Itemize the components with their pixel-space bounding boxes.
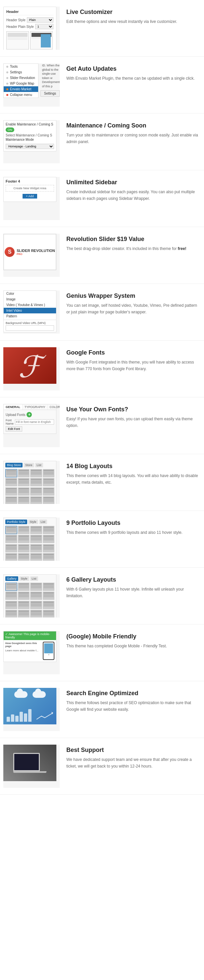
layout-thumb2-4[interactable] <box>5 610 17 617</box>
layout-thumb-1[interactable] <box>18 526 30 534</box>
layout-thumb-0[interactable] <box>5 526 17 534</box>
feature-row-maintenance: Enable Maintenance / Coming S ON Select … <box>0 113 204 170</box>
feature-text-auto-updates: Get Auto UpdatesWith Envato Market Plugi… <box>66 64 201 82</box>
layout-thumb-2[interactable] <box>30 526 42 534</box>
layout-thumb-3[interactable] <box>43 582 55 591</box>
tools-item-settings[interactable]: Settings <box>4 69 38 75</box>
layout-thumb-6[interactable] <box>30 478 42 486</box>
layout-thumb2-3[interactable] <box>43 544 55 552</box>
tab-general[interactable]: GENERAL <box>4 404 22 410</box>
layout-thumb2-6[interactable] <box>30 610 42 617</box>
footer-title: Footer 4 <box>6 179 54 183</box>
layout-thumb2-7[interactable] <box>43 553 55 561</box>
layout-thumb-7[interactable] <box>43 535 55 543</box>
layout-thumb2-5[interactable] <box>18 610 30 617</box>
feature-desc-slider-revolution: The best drag-drop slider creator. It's … <box>66 246 201 252</box>
layout-thumb-0[interactable] <box>5 469 17 477</box>
enable-label: Enable Maintenance / Coming S <box>6 123 53 126</box>
wrapper-intel-video[interactable]: Intel Video <box>4 308 56 313</box>
layout-thumb-6[interactable] <box>30 592 42 600</box>
layout-thumb-1[interactable] <box>18 469 30 477</box>
layout-thumb2-4[interactable] <box>5 496 17 504</box>
header-style-select[interactable]: Plain <box>27 17 54 22</box>
feature-image-sidebar: Footer 4 Create New Widget Area + Add <box>3 177 60 220</box>
tools-item-tools[interactable]: Tools <box>4 64 38 69</box>
feature-row-mobile-friendly: ✓ Awesome! This page is mobile-friendly … <box>0 624 204 681</box>
wrapper-color[interactable]: Color <box>4 291 56 296</box>
blog-tab-2[interactable]: List <box>35 463 43 468</box>
feature-text-live-customizer: Live CustomizerEdit theme options and vi… <box>66 6 201 25</box>
layout-thumb-3[interactable] <box>43 469 55 477</box>
layout-thumb-0[interactable] <box>5 582 17 591</box>
layout-thumb2-1[interactable] <box>18 544 30 552</box>
layout-thumb2-0[interactable] <box>5 544 17 552</box>
layout-thumb2-2[interactable] <box>30 487 42 496</box>
layout-thumb-2[interactable] <box>30 582 42 591</box>
toggle-on[interactable]: ON <box>6 127 14 132</box>
portfolio-tab-2[interactable]: List <box>39 520 47 524</box>
layout-thumb2-7[interactable] <box>43 496 55 504</box>
portfolio-tab-1[interactable]: Style <box>28 520 38 524</box>
feature-image-auto-updates: Tools Settings Slider Revolution WP Goog… <box>3 64 60 107</box>
tools-item-maps[interactable]: WP Google Map <box>4 81 38 86</box>
layout-thumb2-1[interactable] <box>18 487 30 496</box>
layout-thumb2-2[interactable] <box>30 601 42 609</box>
portfolio-tab-0[interactable]: Portfolio Style <box>5 520 27 524</box>
layout-thumb2-5[interactable] <box>18 496 30 504</box>
layout-thumb-7[interactable] <box>43 592 55 600</box>
page-select[interactable]: Homepage - Landing <box>6 144 54 149</box>
tools-item-slider[interactable]: Slider Revolution <box>4 75 38 81</box>
add-button[interactable]: + Add <box>22 194 37 199</box>
layout-thumb2-6[interactable] <box>30 496 42 504</box>
blog-tab-0[interactable]: Blog Store <box>5 463 22 468</box>
layout-thumb2-3[interactable] <box>43 487 55 496</box>
url-label: Background Video URL (MP4) <box>6 321 54 325</box>
layout-thumb-7[interactable] <box>43 478 55 486</box>
edit-font-button[interactable]: Edit Font <box>6 426 22 431</box>
settings-button[interactable]: Settings <box>41 90 60 97</box>
gallery-tab-2[interactable]: List <box>30 576 38 581</box>
tab-color[interactable]: COLOR <box>48 404 60 410</box>
layout-thumb2-0[interactable] <box>5 487 17 496</box>
envato-dot <box>6 88 8 90</box>
layout-thumb-5[interactable] <box>18 535 30 543</box>
layout-thumb-4[interactable] <box>5 592 17 600</box>
layout-thumb-3[interactable] <box>43 526 55 534</box>
layout-thumb2-7[interactable] <box>43 610 55 617</box>
feature-image-google-fonts: ℱ <box>3 347 60 390</box>
header-plain-select[interactable]: 1 <box>35 24 54 29</box>
gallery-tab-1[interactable]: Style <box>19 576 29 581</box>
layout-thumb2-1[interactable] <box>18 601 30 609</box>
layout-thumb-5[interactable] <box>18 592 30 600</box>
layout-thumb-4[interactable] <box>5 478 17 486</box>
wrapper-video-yt[interactable]: Video ( Youtube & Vimeo ) <box>4 302 56 308</box>
tab-typography[interactable]: TYPOGRAPHY <box>22 404 48 410</box>
layout-thumb2-3[interactable] <box>43 601 55 609</box>
blog-tab-1[interactable]: Store <box>24 463 34 468</box>
layout-thumb-2[interactable] <box>30 469 42 477</box>
feature-text-sidebar: Unlimited SidebarCreate individual sideb… <box>66 177 201 202</box>
layout-thumb2-2[interactable] <box>30 544 42 552</box>
tools-item-envato[interactable]: Envato Market <box>4 86 38 92</box>
phone-dot <box>48 654 49 655</box>
wrapper-image[interactable]: Image <box>4 296 56 302</box>
slider-name: SLIDER REVOLUTION <box>17 249 55 253</box>
layout-thumb-4[interactable] <box>5 535 17 543</box>
layout-thumb-6[interactable] <box>30 535 42 543</box>
upload-plus-icon[interactable]: + <box>27 412 32 417</box>
layout-thumb2-5[interactable] <box>18 553 30 561</box>
wrapper-pattern[interactable]: Pattern <box>4 313 56 319</box>
feature-row-support: Best SupportWe have dedicated support te… <box>0 738 204 795</box>
gallery-tab-0[interactable]: Gallery <box>5 576 18 581</box>
layout-thumb-5[interactable] <box>18 478 30 486</box>
font-name-input[interactable] <box>15 419 54 425</box>
layout-thumb2-4[interactable] <box>5 553 17 561</box>
feature-image-live-customizer: Header Header Style Plain Header Plain S… <box>3 6 60 50</box>
feature-desc-auto-updates: With Envato Market Plugin, the theme can… <box>66 75 201 82</box>
layout-thumb2-0[interactable] <box>5 601 17 609</box>
tools-item-collapse[interactable]: Collapse menu <box>4 92 38 98</box>
layout-thumb-1[interactable] <box>18 582 30 591</box>
url-input[interactable] <box>6 325 54 331</box>
layout-thumb2-6[interactable] <box>30 553 42 561</box>
feature-row-live-customizer: Header Header Style Plain Header Plain S… <box>0 0 204 57</box>
